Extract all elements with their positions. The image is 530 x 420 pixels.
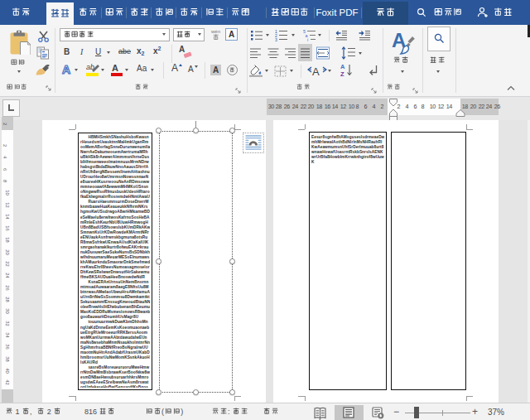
svg-text:i: i — [307, 37, 308, 41]
svg-text:3: 3 — [275, 37, 277, 42]
svg-text:A: A — [62, 63, 70, 75]
svg-text:A: A — [340, 63, 345, 70]
svg-text:A: A — [312, 65, 320, 77]
svg-text:Z: Z — [340, 70, 344, 77]
